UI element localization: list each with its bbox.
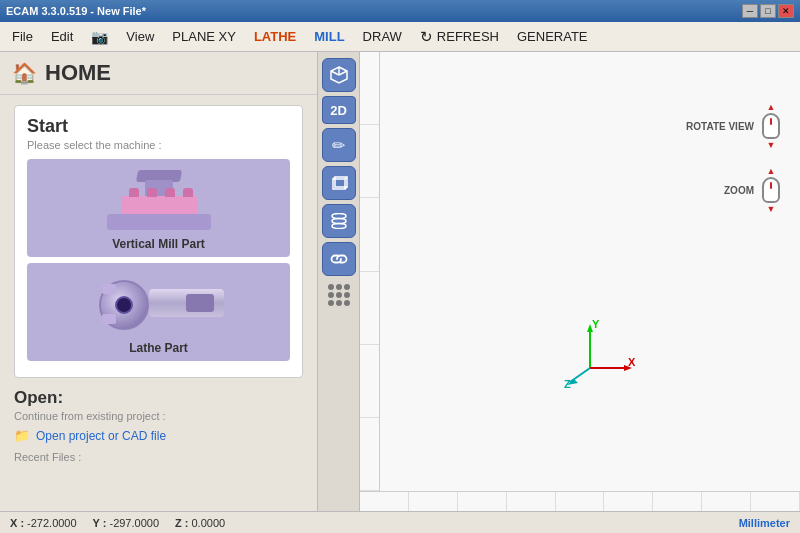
pen-icon: ✏ xyxy=(332,136,345,155)
toolbar-dots-button[interactable] xyxy=(322,280,356,308)
minimize-button[interactable]: ─ xyxy=(742,4,758,18)
menu-plane[interactable]: PLANE XY xyxy=(164,25,244,48)
coordinate-axes: Y X Z xyxy=(560,318,640,391)
menu-mill[interactable]: MILL xyxy=(306,25,352,48)
cube-icon xyxy=(330,174,348,192)
z-label: Z : xyxy=(175,517,188,529)
camera-icon[interactable]: 📷 xyxy=(83,25,116,49)
menu-file[interactable]: File xyxy=(4,25,41,48)
rotate-mouse-body xyxy=(762,113,780,139)
home-icon: 🏠 xyxy=(12,61,37,85)
lathe-3d-visual xyxy=(94,274,224,334)
lathe-chuck-inner xyxy=(115,296,133,314)
vertical-mill-button[interactable]: Vertical Mill Part xyxy=(27,159,290,257)
toolbar-pen-button[interactable]: ✏ xyxy=(322,128,356,162)
window-controls: ─ □ ✕ xyxy=(742,4,794,18)
view-guides: ROTATE VIEW ▲ ▼ ZOOM ▲ ▼ xyxy=(686,102,780,214)
mill-3d-visual xyxy=(99,170,219,230)
home-title: HOME xyxy=(45,60,111,86)
folder-icon: 📁 xyxy=(14,428,30,443)
unit-label[interactable]: Millimeter xyxy=(739,517,790,529)
toolbar-link-button[interactable] xyxy=(322,242,356,276)
mill-bump-4 xyxy=(183,188,193,197)
menu-bar: File Edit 📷 View PLANE XY LATHE MILL DRA… xyxy=(0,22,800,52)
grid-tick-v xyxy=(360,272,379,345)
dot-1 xyxy=(328,284,334,290)
home-header: 🏠 HOME xyxy=(0,52,317,95)
zoom-guide: ZOOM ▲ ▼ xyxy=(724,166,780,214)
lathe-button[interactable]: Lathe Part xyxy=(27,263,290,361)
lathe-visual-container xyxy=(31,269,286,339)
y-value: -297.0000 xyxy=(109,517,159,529)
axes-svg: Y X Z xyxy=(560,318,640,388)
lathe-jaw-bottom xyxy=(102,314,116,324)
zoom-arrow-up: ▲ xyxy=(767,166,776,176)
mill-bump-2 xyxy=(147,188,157,197)
coord-z: Z : 0.0000 xyxy=(175,517,225,529)
status-coordinates: X : -272.0000 Y : -297.0000 Z : 0.0000 xyxy=(10,517,225,529)
svg-point-11 xyxy=(332,224,346,229)
menu-generate[interactable]: GENERATE xyxy=(509,25,596,48)
svg-text:Z: Z xyxy=(564,378,571,388)
rotate-view-label: ROTATE VIEW xyxy=(686,121,754,132)
zoom-mouse-scroll xyxy=(770,182,772,189)
menu-refresh[interactable]: ↻ REFRESH xyxy=(412,24,507,50)
grid-tick xyxy=(360,492,409,511)
main-layout: 🏠 HOME Start Please select the machine : xyxy=(0,52,800,511)
grid-tick xyxy=(702,492,751,511)
rotate-view-guide: ROTATE VIEW ▲ ▼ xyxy=(686,102,780,150)
open-subtitle: Continue from existing project : xyxy=(14,410,303,422)
start-card: Start Please select the machine : xyxy=(14,105,303,378)
open-project-link[interactable]: 📁 Open project or CAD file xyxy=(14,428,303,443)
canvas-area: ROTATE VIEW ▲ ▼ ZOOM ▲ ▼ xyxy=(360,52,800,511)
svg-line-2 xyxy=(339,71,347,75)
toolbar-cube-button[interactable] xyxy=(322,166,356,200)
menu-view[interactable]: View xyxy=(118,25,162,48)
open-link-label: Open project or CAD file xyxy=(36,429,166,443)
dot-9 xyxy=(344,300,350,306)
start-title: Start xyxy=(27,116,290,137)
menu-edit[interactable]: Edit xyxy=(43,25,81,48)
maximize-button[interactable]: □ xyxy=(760,4,776,18)
refresh-icon: ↻ xyxy=(420,28,433,46)
lathe-detail xyxy=(186,294,214,312)
start-subtitle: Please select the machine : xyxy=(27,139,290,151)
svg-text:X: X xyxy=(628,356,636,368)
grid-tick xyxy=(458,492,507,511)
grid-tick-v xyxy=(360,52,379,125)
mill-bumps xyxy=(129,188,193,197)
svg-text:Y: Y xyxy=(592,318,600,330)
mill-visual-container xyxy=(31,165,286,235)
rotate-arrow-up: ▲ xyxy=(767,102,776,112)
open-title: Open: xyxy=(14,388,303,408)
zoom-mouse-icon: ▲ ▼ xyxy=(762,166,780,214)
rotate-arrow-down: ▼ xyxy=(767,140,776,150)
dot-3 xyxy=(344,284,350,290)
window-title: ECAM 3.3.0.519 - New File* xyxy=(6,5,146,17)
menu-draw[interactable]: DRAW xyxy=(355,25,410,48)
status-bar: X : -272.0000 Y : -297.0000 Z : 0.0000 M… xyxy=(0,511,800,533)
open-section: Open: Continue from existing project : 📁… xyxy=(0,388,317,471)
svg-line-3 xyxy=(331,71,339,75)
zoom-label: ZOOM xyxy=(724,185,754,196)
mill-bump-1 xyxy=(129,188,139,197)
dot-2 xyxy=(336,284,342,290)
lathe-jaw-top xyxy=(102,284,116,294)
z-value: 0.0000 xyxy=(191,517,225,529)
recent-files-label: Recent Files : xyxy=(14,451,303,463)
toolbar-3d-button[interactable] xyxy=(322,58,356,92)
grid-tick-v xyxy=(360,198,379,271)
rotate-mouse-scroll xyxy=(770,118,772,125)
dot-7 xyxy=(328,300,334,306)
close-button[interactable]: ✕ xyxy=(778,4,794,18)
title-bar: ECAM 3.3.0.519 - New File* ─ □ ✕ xyxy=(0,0,800,22)
grid-tick-v xyxy=(360,345,379,418)
layers-icon xyxy=(330,213,348,229)
chain-link-icon xyxy=(330,250,348,268)
coord-y: Y : -297.0000 xyxy=(93,517,159,529)
toolbar-2d-button[interactable]: 2D xyxy=(322,96,356,124)
zoom-mouse-body xyxy=(762,177,780,203)
toolbar-layers-button[interactable] xyxy=(322,204,356,238)
mill-table xyxy=(107,214,211,230)
menu-lathe[interactable]: LATHE xyxy=(246,25,304,48)
